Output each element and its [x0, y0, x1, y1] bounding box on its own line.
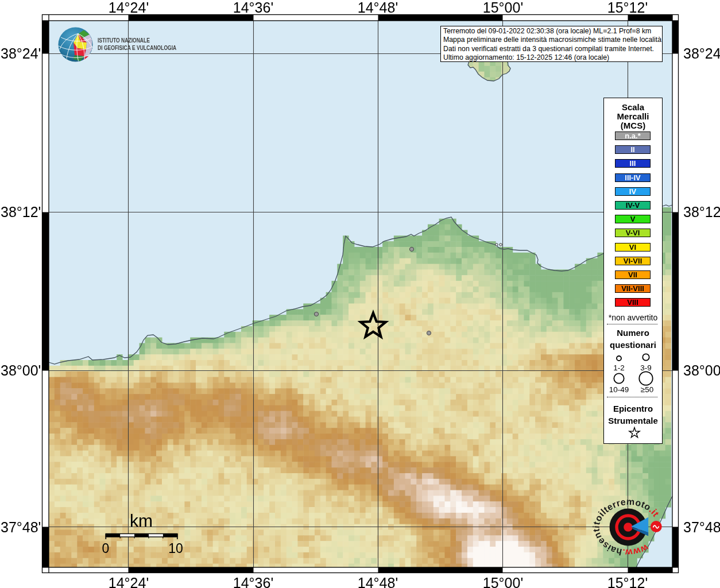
svg-text:ISTITUTO NAZIONALE: ISTITUTO NAZIONALE: [98, 37, 150, 44]
svg-text:DI GEOFISICA E VULCANOLOGIA: DI GEOFISICA E VULCANOLOGIA: [98, 45, 176, 52]
